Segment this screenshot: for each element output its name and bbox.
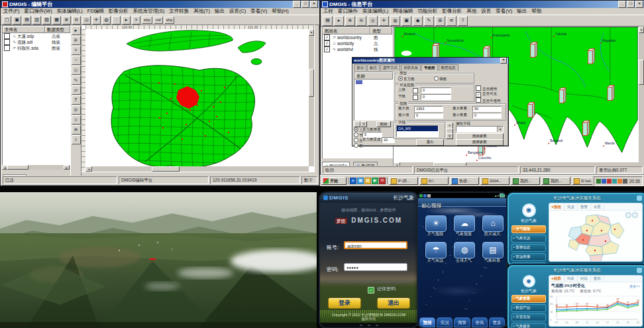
- dialog-tab-5[interactable]: 专题图: [421, 64, 438, 71]
- taskbar-task[interactable]: 我的...: [511, 177, 540, 185]
- world-icon[interactable]: ◉: [413, 16, 423, 26]
- sidebar-item[interactable]: ▪ 预警信息: [511, 244, 546, 252]
- pointer-icon[interactable]: ▸: [334, 16, 344, 26]
- sidebar-item[interactable]: ▪ 数据产品: [511, 304, 546, 312]
- max-value[interactable]: 1993: [414, 106, 443, 112]
- district-map[interactable]: [550, 211, 641, 262]
- antivirus-icon[interactable]: [607, 179, 612, 184]
- update-icon[interactable]: [617, 179, 622, 184]
- histogram-bar[interactable]: [588, 49, 594, 64]
- checkbox-icon[interactable]: ✓: [324, 40, 330, 46]
- upper-value[interactable]: 0: [421, 87, 451, 93]
- upper-checkbox[interactable]: [413, 88, 418, 93]
- zoom-out-icon[interactable]: ⊖: [72, 16, 81, 25]
- direction-radio[interactable]: 右: [354, 143, 362, 148]
- histogram-bar[interactable]: [583, 121, 590, 136]
- attr-field-select[interactable]: ▾: [456, 126, 504, 133]
- nav-tab-2[interactable]: 实况: [437, 317, 453, 327]
- point-tool-icon[interactable]: ◇: [72, 66, 81, 75]
- terrain-view[interactable]: [0, 192, 317, 328]
- zoom-in-icon[interactable]: ⊕: [62, 16, 71, 25]
- format-chip[interactable]: mif: [154, 17, 163, 24]
- open-icon[interactable]: ▧: [42, 16, 51, 25]
- maxpix-value[interactable]: 50: [472, 106, 502, 112]
- network-icon[interactable]: [602, 179, 606, 184]
- node-tool-icon[interactable]: ⊙: [72, 105, 81, 115]
- menu-item[interactable]: 系统库管理(S): [133, 8, 165, 15]
- sidebar-item[interactable]: ▪ 气象服务: [511, 323, 546, 328]
- close-icon[interactable]: ×: [500, 58, 507, 64]
- book-icon[interactable]: ▤: [482, 242, 504, 258]
- sidebar-item[interactable]: ▪ 气象实况: [511, 235, 546, 243]
- select-icon[interactable]: ▸: [122, 16, 131, 25]
- menu-item[interactable]: 功能分析: [417, 8, 437, 15]
- checkbox-icon[interactable]: ✓: [324, 46, 330, 52]
- scroll-left-arrow[interactable]: ◂: [85, 166, 92, 172]
- direction-radio[interactable]: 上: [354, 127, 362, 133]
- histogram-bar[interactable]: [559, 88, 566, 103]
- measure-tool-icon[interactable]: ≋: [72, 125, 81, 135]
- taskbar-task[interactable]: D:\: [419, 177, 449, 185]
- new-point-icon[interactable]: ▣: [13, 16, 21, 25]
- histogram-bar[interactable]: [433, 44, 439, 59]
- pan-icon[interactable]: ✛: [379, 16, 389, 26]
- scroll-up-arrow[interactable]: ▴: [309, 29, 314, 36]
- ie-icon[interactable]: e: [350, 178, 356, 184]
- password-input[interactable]: ●●●●●: [344, 263, 407, 271]
- zoom-in-button[interactable]: [625, 212, 631, 218]
- taskbar-task[interactable]: 2004...: [480, 177, 510, 185]
- close-icon[interactable]: ×: [310, 1, 318, 8]
- menu-item[interactable]: 实体编辑(L): [57, 8, 83, 15]
- menu-item[interactable]: 其他: [466, 8, 476, 15]
- full-extent-icon[interactable]: ◍: [102, 16, 111, 25]
- zoom-out-icon[interactable]: ⊖: [356, 16, 366, 26]
- histogram-bar[interactable]: [531, 42, 537, 58]
- menu-item[interactable]: 帮助(H): [272, 8, 288, 15]
- content-tab-2[interactable]: 列表: [564, 276, 578, 282]
- dialog-titlebar[interactable]: worldcountry图层属性 ×: [352, 58, 508, 64]
- window-icon[interactable]: [637, 268, 642, 273]
- menu-item[interactable]: 窗口操作(W): [25, 8, 52, 15]
- temperature-trend-chart[interactable]: 0102030020508111417202302161617171616231…: [549, 294, 641, 325]
- name-list[interactable]: 名称: [354, 72, 394, 121]
- pan-hand-icon[interactable]: ✛: [72, 36, 81, 45]
- checkbox-icon[interactable]: [4, 33, 10, 39]
- format-chip[interactable]: shp: [142, 17, 152, 24]
- content-tab-4[interactable]: 设置: [591, 204, 604, 210]
- shanghai-map[interactable]: [85, 29, 314, 172]
- taskbar-task[interactable]: D:\sd...: [572, 177, 592, 185]
- zoom-window-icon[interactable]: ◎: [82, 16, 91, 25]
- lower-value[interactable]: 0: [421, 94, 451, 100]
- menu-item[interactable]: 文件(F): [3, 8, 20, 15]
- min-value[interactable]: 0: [414, 113, 443, 119]
- volume-icon[interactable]: [596, 179, 601, 184]
- scroll-thumb[interactable]: [309, 69, 314, 97]
- zoom-plus-icon[interactable]: +: [72, 46, 81, 55]
- minpix-value[interactable]: 0: [472, 113, 502, 119]
- scroll-thumb[interactable]: [639, 60, 644, 85]
- menu-item[interactable]: 其他(T): [193, 8, 210, 15]
- taskbar-task[interactable]: P:\所...: [389, 177, 418, 185]
- flag-visible[interactable]: ✓是否可见: [476, 91, 497, 97]
- menu-item[interactable]: 工程: [323, 8, 333, 15]
- menu-item[interactable]: 影像分析: [109, 8, 129, 15]
- info-titlebar[interactable]: DMGIS - 信息平台 _□×: [321, 1, 644, 8]
- column-layername[interactable]: 图层名: [323, 27, 370, 34]
- width-value[interactable]: 20: [382, 137, 395, 143]
- map-vscrollbar[interactable]: ▴: [639, 27, 644, 166]
- content-tab-2[interactable]: 实况: [564, 204, 578, 210]
- minus-button[interactable]: -: [354, 121, 360, 127]
- menu-item[interactable]: 设置(C): [229, 8, 246, 15]
- sidebar-item[interactable]: ▪ 雷达图像: [511, 253, 546, 261]
- pan-icon[interactable]: ✛: [92, 16, 101, 25]
- window-icon[interactable]: [637, 195, 642, 201]
- text-tool-icon[interactable]: T: [72, 95, 81, 105]
- flag-semi[interactable]: 是否半透明: [476, 97, 501, 103]
- delete-icon[interactable]: ×: [132, 16, 140, 25]
- globe-icon[interactable]: ◍: [454, 242, 475, 258]
- print-icon[interactable]: ⊞: [435, 16, 445, 26]
- minimize-icon[interactable]: _: [618, 1, 626, 8]
- exit-button[interactable]: 退出: [416, 139, 444, 146]
- content-tab-1[interactable]: ▸趋势: [549, 276, 564, 282]
- field-list[interactable]: GA_MX: [396, 125, 439, 137]
